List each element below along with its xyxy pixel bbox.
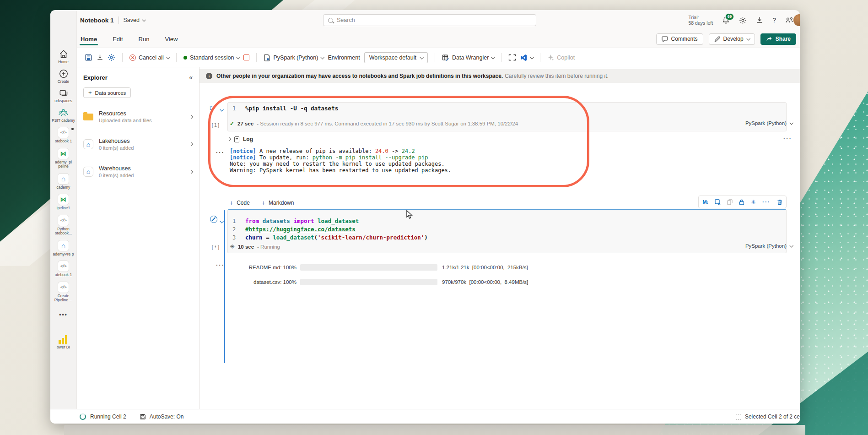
cell-2-code-line[interactable]: from datasets import load_dataset (245, 218, 359, 224)
rail-psit-academy[interactable]: PSIT cademy (51, 108, 76, 123)
execution-count: [1] (211, 122, 220, 128)
chevron-right-icon (189, 115, 193, 119)
add-data-sources-button[interactable]: + Data sources (83, 87, 131, 98)
add-markdown-button[interactable]: +Markdown (262, 199, 294, 207)
stop-run-button[interactable] (210, 216, 217, 223)
clear-output-icon (715, 199, 721, 205)
log-doc-icon (234, 136, 239, 142)
log-line: Warning: PySpark kernel has been restart… (230, 167, 451, 174)
pencil-icon (714, 36, 720, 42)
focus-mode-button[interactable] (508, 54, 516, 61)
lakehouse-icon: ⌂ (83, 139, 93, 149)
share-button[interactable]: Share (760, 33, 796, 45)
rail-academy-pipeline[interactable]: ⋈ ademy_pi peline (51, 148, 76, 169)
data-wrangler-icon (442, 54, 449, 61)
lock-cell-button[interactable] (739, 199, 744, 205)
rail-notebook-1[interactable]: </> otebook 1 (51, 127, 76, 144)
notifications-button[interactable]: 69 (722, 16, 730, 24)
cancel-icon: ✕ (129, 54, 136, 61)
develop-button[interactable]: Develop (709, 33, 755, 45)
download-icon (756, 16, 763, 24)
rail-workspaces[interactable]: orkspaces (51, 88, 76, 103)
rail-academy[interactable]: ⌂ cademy (51, 173, 76, 190)
cell-2-code-line[interactable]: #https://huggingface.co/datasets (245, 226, 356, 233)
cell-1-code[interactable]: %pip install -U -q datasets (245, 105, 338, 112)
save-button[interactable] (85, 54, 92, 61)
rail-notebook-1b[interactable]: </> otebook 1 (51, 261, 76, 277)
gear-icon (108, 54, 115, 61)
chevron-down-icon (420, 55, 423, 59)
explorer-item-resources[interactable]: ResourcesUploaded data and files (83, 106, 193, 127)
save-status-dropdown[interactable]: Saved (124, 17, 145, 23)
cell-more-button[interactable]: ··· (762, 199, 771, 205)
notebook-icon: </> (58, 282, 69, 293)
people-group-icon (58, 108, 69, 118)
kernel-doc-icon (264, 54, 270, 61)
explorer-item-lakehouses[interactable]: ⌂ Lakehouses0 item(s) added (83, 134, 193, 155)
feedback-button[interactable] (785, 16, 793, 24)
output-more-button[interactable]: ··· (783, 135, 792, 142)
language-dropdown[interactable]: PySpark (Python) (264, 54, 323, 61)
clear-output-button[interactable] (715, 199, 721, 205)
stop-session-button[interactable] (243, 54, 249, 60)
line-number: 1 (232, 218, 236, 224)
rail-python-notebook[interactable]: </> Python otebook... (51, 215, 76, 236)
copilot-button[interactable]: Copilot (547, 54, 575, 61)
session-settings-button[interactable] (108, 54, 115, 61)
add-code-button[interactable]: +Code (230, 199, 250, 207)
autosave-status: AutoSave: On (150, 413, 184, 420)
collapse-cell-icon[interactable] (220, 218, 223, 224)
divider (540, 53, 540, 62)
tab-run[interactable]: Run (138, 32, 151, 46)
run-cell-button[interactable]: ▷ (210, 104, 215, 111)
downloads-button[interactable] (756, 16, 763, 24)
rail-more-button[interactable]: ••• (59, 311, 68, 318)
tab-view[interactable]: View (164, 32, 178, 46)
warehouse-icon: ⌂ (83, 167, 93, 177)
cell-2-code-line[interactable]: churn = load_dataset('scikit-learn/churn… (245, 234, 428, 241)
rail-pipeline1[interactable]: ⋈ ipeline1 (51, 194, 76, 211)
rail-create-pipeline[interactable]: </> Create Pipeline ... (51, 282, 76, 303)
log-gutter-more[interactable]: ··· (216, 149, 225, 156)
explorer-item-warehouses[interactable]: ⌂ Warehouses0 item(s) added (83, 161, 193, 182)
plus-circle-icon (59, 69, 69, 79)
cell-2-kernel-dropdown[interactable]: PySpark (Python) (745, 243, 793, 249)
pipeline-icon: ⋈ (58, 194, 69, 205)
output-gutter-more[interactable]: ··· (216, 261, 225, 268)
settings-button[interactable] (739, 16, 747, 24)
rail-power-bi[interactable]: ower BI (51, 335, 76, 350)
collapse-panel-button[interactable]: « (189, 74, 193, 81)
cancel-all-button[interactable]: ✕ Cancel all (129, 54, 169, 61)
collapse-cell-icon[interactable] (220, 106, 223, 113)
line-number: 1 (232, 105, 236, 112)
selected-cell-status: Selected Cell 2 of 2 ce (745, 413, 800, 420)
log-expander[interactable]: Log (228, 136, 253, 142)
download-progress-row: dataset.csv: 100% 970k/970k [00:00<00:00… (245, 279, 528, 285)
export-button[interactable] (97, 54, 103, 61)
rail-create[interactable]: Create (51, 69, 76, 84)
avatar[interactable] (793, 14, 800, 26)
search-input[interactable]: Search (323, 14, 536, 26)
copy-cell-button[interactable] (727, 199, 733, 205)
running-asterisk-icon: ✳ (230, 243, 235, 250)
workspace-dropdown[interactable]: Workspace default (364, 52, 428, 63)
tab-home[interactable]: Home (80, 32, 98, 46)
people-share-icon (785, 16, 793, 24)
freeze-cell-button[interactable]: ✳ (751, 199, 756, 206)
home-ribbon-toolbar: ✕ Cancel all Standard session PySpark (P… (77, 48, 800, 67)
session-status-dropdown[interactable]: Standard session (183, 54, 240, 61)
data-wrangler-button[interactable]: Data Wrangler (442, 54, 494, 61)
tab-edit[interactable]: Edit (112, 32, 124, 46)
autosave-icon (140, 413, 146, 420)
help-button[interactable]: ? (772, 16, 776, 24)
vscode-button[interactable] (520, 54, 533, 61)
convert-to-markdown-button[interactable]: M↓ (702, 199, 708, 205)
search-placeholder: Search (337, 17, 355, 23)
cell-1-kernel-dropdown[interactable]: PySpark (Python) (745, 120, 793, 126)
rail-home[interactable]: Home (51, 49, 76, 65)
rail-academyprep[interactable]: ⌂ ademyPre p (51, 240, 76, 257)
environment-button[interactable]: Environment (328, 54, 360, 61)
comments-button[interactable]: Comments (656, 33, 703, 45)
delete-cell-button[interactable] (777, 199, 782, 205)
log-line: Note: you may need to restart the kernel… (230, 161, 445, 167)
